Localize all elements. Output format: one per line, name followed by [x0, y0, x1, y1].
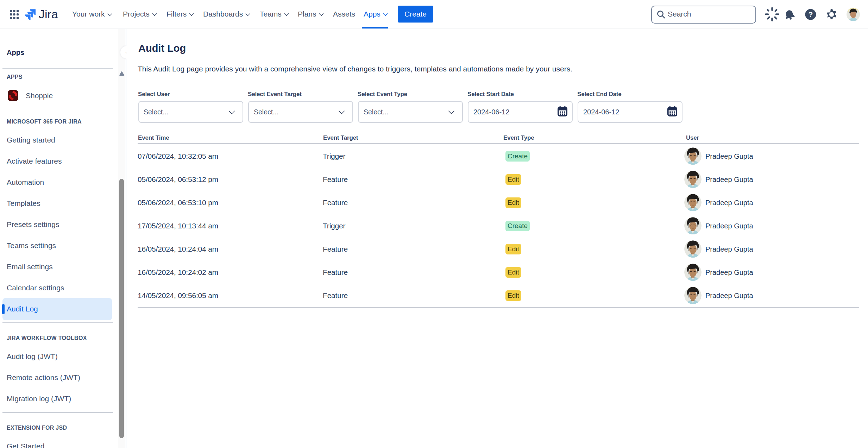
svg-text:?: ?: [809, 10, 813, 18]
